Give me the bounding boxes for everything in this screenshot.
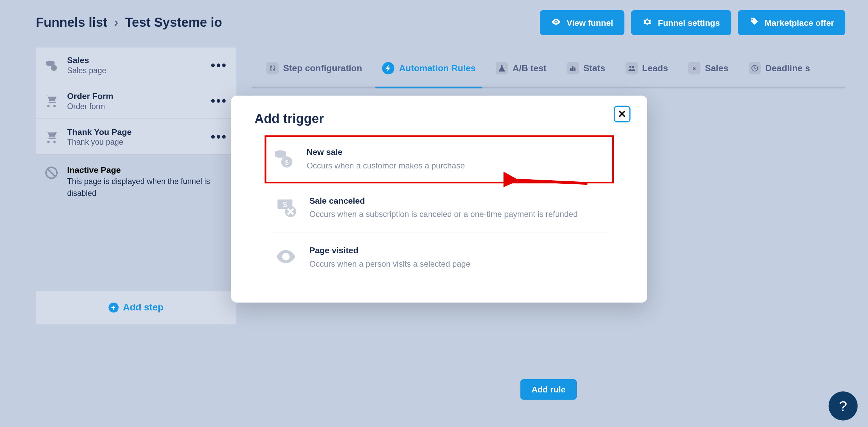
bolt-icon bbox=[382, 62, 394, 74]
funnel-settings-button[interactable]: Funnel settings bbox=[631, 10, 731, 35]
plus-circle-icon: + bbox=[108, 303, 118, 313]
breadcrumb: Funnels list › Test Systeme io bbox=[36, 15, 222, 30]
svg-text:$: $ bbox=[283, 200, 287, 209]
tabs: Step configuration Automation Rules A/B … bbox=[252, 47, 846, 88]
tab-ab-test[interactable]: A/B test bbox=[494, 47, 549, 87]
tab-step-configuration[interactable]: Step configuration bbox=[264, 47, 364, 87]
modal-title: Add trigger bbox=[255, 111, 624, 126]
question-icon: ? bbox=[839, 397, 847, 414]
svg-point-11 bbox=[629, 66, 631, 68]
sliders-icon bbox=[266, 62, 278, 74]
help-button[interactable]: ? bbox=[829, 391, 858, 421]
step-title: Inactive Page bbox=[67, 165, 227, 175]
trigger-title: Sale canceled bbox=[309, 196, 577, 205]
trigger-description: Occurs when a customer makes a purchase bbox=[307, 160, 465, 172]
add-trigger-modal: Add trigger ✕ $ New sale Occurs when a c… bbox=[231, 96, 647, 303]
sidebar-step-order[interactable]: Order Form Order form ••• bbox=[36, 83, 236, 119]
tab-deadline[interactable]: Deadline s bbox=[746, 47, 812, 87]
step-title: Thank You Page bbox=[67, 127, 203, 137]
tab-sales[interactable]: $ Sales bbox=[686, 47, 731, 87]
svg-point-5 bbox=[273, 69, 274, 70]
svg-line-3 bbox=[48, 169, 55, 176]
coins-icon bbox=[44, 57, 59, 73]
coins-icon: $ bbox=[272, 147, 294, 169]
more-icon[interactable]: ••• bbox=[211, 94, 227, 108]
sidebar-step-thankyou[interactable]: Thank You Page Thank you page ••• bbox=[36, 119, 236, 155]
step-description: This page is displayed when the funnel i… bbox=[67, 176, 227, 199]
trigger-description: Occurs when a subscription is canceled o… bbox=[309, 208, 577, 220]
step-subtitle: Thank you page bbox=[67, 138, 203, 146]
svg-text:$: $ bbox=[285, 159, 289, 166]
add-rule-button[interactable]: Add rule bbox=[520, 379, 577, 400]
dollar-icon: $ bbox=[688, 62, 701, 74]
flask-icon bbox=[496, 62, 508, 74]
trigger-title: Page visited bbox=[309, 245, 470, 255]
close-button[interactable]: ✕ bbox=[614, 106, 631, 123]
sidebar: Sales Sales page ••• Order Form Order fo… bbox=[36, 47, 236, 400]
trigger-page-visited[interactable]: Page visited Occurs when a person visits… bbox=[273, 233, 606, 282]
svg-point-1 bbox=[51, 64, 57, 70]
refund-icon: $ bbox=[275, 196, 297, 218]
svg-point-12 bbox=[632, 66, 634, 68]
sidebar-step-inactive[interactable]: Inactive Page This page is displayed whe… bbox=[36, 155, 236, 207]
tab-automation-rules[interactable]: Automation Rules bbox=[380, 47, 478, 87]
eye-icon bbox=[275, 245, 297, 268]
step-subtitle: Sales page bbox=[67, 66, 203, 75]
view-funnel-button[interactable]: View funnel bbox=[540, 10, 624, 35]
trigger-description: Occurs when a person visits a selected p… bbox=[309, 258, 470, 270]
step-title: Sales bbox=[67, 55, 203, 65]
trigger-new-sale[interactable]: $ New sale Occurs when a customer makes … bbox=[264, 135, 614, 183]
tab-leads[interactable]: Leads bbox=[623, 47, 670, 87]
eye-icon bbox=[551, 17, 561, 29]
svg-point-21 bbox=[284, 255, 288, 259]
tab-stats[interactable]: Stats bbox=[564, 47, 607, 87]
sidebar-step-sales[interactable]: Sales Sales page ••• bbox=[36, 47, 236, 83]
marketplace-offer-button[interactable]: Marketplace offer bbox=[738, 10, 845, 35]
step-title: Order Form bbox=[67, 91, 203, 101]
cart-icon bbox=[44, 93, 59, 109]
breadcrumb-current: Test Systeme io bbox=[125, 15, 222, 30]
clock-icon bbox=[748, 62, 761, 74]
add-step-button[interactable]: + Add step bbox=[36, 291, 236, 324]
svg-rect-9 bbox=[572, 66, 573, 71]
breadcrumb-root[interactable]: Funnels list bbox=[36, 15, 107, 30]
tag-icon bbox=[749, 17, 759, 29]
more-icon[interactable]: ••• bbox=[211, 129, 227, 144]
svg-rect-10 bbox=[574, 67, 575, 71]
blocked-icon bbox=[44, 165, 59, 181]
svg-point-4 bbox=[271, 66, 272, 68]
svg-rect-8 bbox=[570, 68, 571, 71]
svg-text:$: $ bbox=[693, 65, 696, 71]
close-icon: ✕ bbox=[618, 108, 626, 120]
more-icon[interactable]: ••• bbox=[211, 58, 227, 73]
trigger-title: New sale bbox=[307, 147, 465, 157]
chevron-right-icon: › bbox=[114, 15, 118, 30]
trigger-sale-canceled[interactable]: $ Sale canceled Occurs when a subscripti… bbox=[273, 183, 606, 233]
step-subtitle: Order form bbox=[67, 102, 203, 110]
bar-chart-icon bbox=[567, 62, 579, 74]
cart-check-icon bbox=[44, 129, 59, 144]
gear-icon bbox=[642, 17, 652, 29]
users-icon bbox=[625, 62, 637, 74]
